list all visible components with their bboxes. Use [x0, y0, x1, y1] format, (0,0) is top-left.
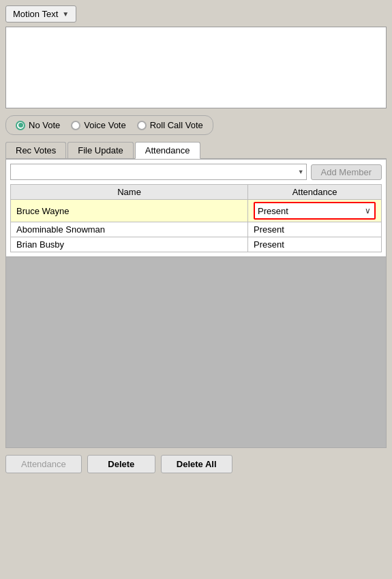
- attendance-value-cell: Present: [248, 237, 382, 252]
- attendance-value-cell: Present: [248, 222, 382, 237]
- table-row: Bruce Wayne Present Absent Excused: [11, 200, 382, 222]
- attendance-table: Name Attendance Bruce Wayne Present Abse…: [10, 184, 382, 252]
- attendance-column-header: Attendance: [248, 185, 382, 200]
- motion-text-dropdown-arrow: ▼: [62, 10, 69, 18]
- table-header-row: Name Attendance: [11, 185, 382, 200]
- attendance-dropdown[interactable]: Present Absent Excused: [255, 203, 374, 218]
- add-member-row: Add Member: [10, 164, 382, 180]
- delete-button[interactable]: Delete: [87, 455, 155, 473]
- voice-vote-radio[interactable]: [71, 121, 80, 130]
- member-select-wrapper: [10, 164, 307, 180]
- no-vote-radio-inner: [18, 123, 23, 128]
- attendance-select-wrapper: Present Absent Excused: [254, 202, 376, 220]
- roll-call-vote-option[interactable]: Roll Call Vote: [137, 120, 203, 130]
- attendance-cell: Present Absent Excused: [248, 200, 382, 222]
- member-name-cell: Bruce Wayne: [11, 200, 248, 222]
- member-select-dropdown[interactable]: [10, 164, 307, 180]
- motion-text-label: Motion Text: [13, 9, 58, 19]
- no-vote-option[interactable]: No Vote: [16, 120, 60, 130]
- delete-all-button[interactable]: Delete All: [161, 455, 232, 473]
- voice-vote-label: Voice Vote: [84, 120, 125, 130]
- voice-vote-option[interactable]: Voice Vote: [71, 120, 125, 130]
- vote-options-group: No Vote Voice Vote Roll Call Vote: [5, 115, 213, 135]
- table-row: Brian Busby Present: [11, 237, 382, 252]
- table-row: Abominable Snowman Present: [11, 222, 382, 237]
- roll-call-vote-label: Roll Call Vote: [150, 120, 203, 130]
- no-vote-label: No Vote: [29, 120, 60, 130]
- motion-text-button[interactable]: Motion Text ▼: [5, 5, 76, 23]
- bottom-buttons: Attendance Delete Delete All: [5, 455, 387, 473]
- tab-rec-votes[interactable]: Rec Votes: [5, 142, 66, 158]
- motion-text-area[interactable]: [5, 27, 387, 108]
- tab-attendance[interactable]: Attendance: [135, 142, 200, 159]
- empty-gray-area: [5, 257, 387, 448]
- add-member-button[interactable]: Add Member: [311, 164, 382, 180]
- member-name-cell: Abominable Snowman: [11, 222, 248, 237]
- member-name-cell: Brian Busby: [11, 237, 248, 252]
- no-vote-radio[interactable]: [16, 121, 25, 130]
- attendance-button[interactable]: Attendance: [5, 455, 82, 473]
- tab-file-update[interactable]: File Update: [67, 142, 133, 158]
- main-container: Motion Text ▼ No Vote Voice Vote Roll Ca…: [5, 5, 387, 473]
- name-column-header: Name: [11, 185, 248, 200]
- roll-call-vote-radio[interactable]: [137, 121, 147, 130]
- tabs-container: Rec Votes File Update Attendance: [5, 142, 387, 159]
- attendance-panel: Add Member Name Attendance Bruce Wayne: [5, 159, 387, 257]
